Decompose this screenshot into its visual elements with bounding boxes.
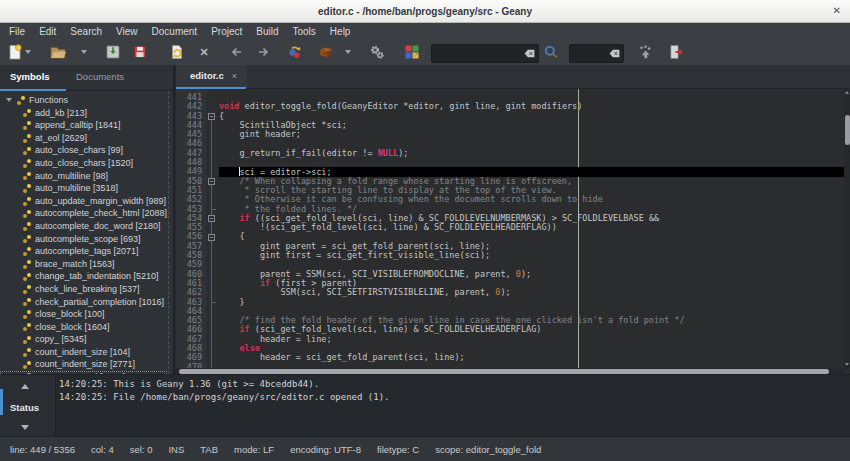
fold-collapse-icon[interactable] <box>208 215 215 222</box>
code-line[interactable] <box>219 158 844 167</box>
symbols-tree[interactable]: Functionsadd_kb [213]append_calltip [184… <box>0 91 167 374</box>
function-item[interactable]: brace_match [1563] <box>0 258 167 271</box>
horizontal-scrollbar-thumb[interactable] <box>179 369 829 374</box>
function-item[interactable]: auto_close_chars [1520] <box>0 157 167 170</box>
navigate-forward-button[interactable] <box>257 44 273 60</box>
code-line[interactable]: !(sci_get_fold_level(sci, line) & SC_FOL… <box>219 223 844 232</box>
editor-tab-close-icon[interactable]: × <box>232 71 237 81</box>
tree-root-functions[interactable]: Functions <box>0 94 167 107</box>
function-item-label: change_tab_indentation [5210] <box>35 270 159 283</box>
execute-button[interactable] <box>369 44 385 60</box>
code-line[interactable]: header = line; <box>219 335 844 344</box>
code-line[interactable]: } <box>219 298 844 307</box>
code-line[interactable]: g_return_if_fail(editor != NULL); <box>219 149 844 158</box>
function-item[interactable]: count_indent_size [104] <box>0 346 167 359</box>
color-chooser-button[interactable] <box>404 44 420 60</box>
function-item[interactable]: count_indent_size [2771] <box>0 358 167 371</box>
function-item[interactable]: close_block [1604] <box>0 321 167 334</box>
scroll-up-icon[interactable] <box>845 91 849 94</box>
expander-icon[interactable] <box>6 98 12 102</box>
scroll-down-icon[interactable] <box>845 363 849 366</box>
menu-tools[interactable]: Tools <box>286 23 323 40</box>
function-item[interactable]: at_eol [2629] <box>0 132 167 145</box>
function-item[interactable]: autocomplete_check_html [2088] <box>0 207 167 220</box>
function-item[interactable]: close_block [100] <box>0 308 167 321</box>
quit-button[interactable] <box>668 44 684 60</box>
menu-search[interactable]: Search <box>63 23 109 40</box>
code-line[interactable] <box>219 363 844 368</box>
scroll-tabs-down-icon[interactable] <box>21 425 29 430</box>
menu-build[interactable]: Build <box>249 23 285 40</box>
new-file-button[interactable] <box>7 44 23 60</box>
menu-project[interactable]: Project <box>204 23 249 40</box>
fold-collapse-icon[interactable] <box>208 113 215 120</box>
method-icon <box>22 285 32 294</box>
menu-help[interactable]: Help <box>323 23 358 40</box>
open-file-button[interactable] <box>50 44 66 60</box>
scroll-tabs-up-icon[interactable] <box>21 384 29 389</box>
statusbar-item-5: mode: LF <box>234 444 274 455</box>
menu-file[interactable]: File <box>2 23 32 40</box>
goto-line-entry[interactable] <box>569 44 624 63</box>
fold-margin[interactable] <box>206 89 217 368</box>
function-item[interactable]: auto_multiline [3518] <box>0 182 167 195</box>
close-document-button[interactable]: ✕ <box>196 44 212 60</box>
function-item[interactable]: auto_update_margin_width [989] <box>0 195 167 208</box>
vertical-scrollbar-thumb[interactable] <box>845 115 850 145</box>
function-item[interactable]: append_calltip [1841] <box>0 119 167 132</box>
function-item[interactable]: check_line_breaking [537] <box>0 283 167 296</box>
code-line[interactable]: gint header; <box>219 130 844 139</box>
save-all-button[interactable] <box>132 44 148 60</box>
menu-document[interactable]: Document <box>145 23 205 40</box>
status-messages[interactable]: 14:20:25: This is Geany 1.36 (git >= 4bc… <box>56 375 850 437</box>
compile-button[interactable] <box>287 44 303 60</box>
function-item[interactable]: autocomplete_tags [2071] <box>0 245 167 258</box>
open-file-dropdown-icon[interactable] <box>81 50 87 54</box>
menu-view[interactable]: View <box>109 23 145 40</box>
code-line[interactable]: void editor_toggle_fold(GeanyEditor *edi… <box>219 102 844 111</box>
function-item[interactable]: auto_close_chars [99] <box>0 144 167 157</box>
build-button[interactable] <box>318 44 334 60</box>
statusbar-item-6: encoding: UTF-8 <box>290 444 361 455</box>
tab-symbols[interactable]: Symbols <box>10 65 50 88</box>
function-item[interactable]: autocomplete_scope [693] <box>0 233 167 246</box>
clear-search-icon[interactable] <box>523 47 536 60</box>
method-icon <box>22 348 32 357</box>
goto-line-input[interactable] <box>570 48 608 58</box>
jump-to-line-button[interactable] <box>637 44 653 60</box>
function-item[interactable]: autocomplete_doc_word [2180] <box>0 220 167 233</box>
function-item-label: autocomplete_doc_word [2180] <box>35 220 161 233</box>
save-button[interactable] <box>105 44 121 60</box>
clear-goto-icon[interactable] <box>608 47 621 60</box>
navigate-back-button[interactable] <box>227 44 243 60</box>
search-input[interactable] <box>432 48 523 58</box>
code-line[interactable]: ScintillaObject *sci; <box>219 121 844 130</box>
fold-collapse-icon[interactable] <box>208 234 215 241</box>
code-editor[interactable]: 4414424434444454464474484494504514524534… <box>176 89 850 374</box>
code-line[interactable]: header = sci_get_fold_parent(sci, line); <box>219 353 844 362</box>
function-item[interactable]: change_tab_indentation [5210] <box>0 270 167 283</box>
function-item[interactable]: check_partial_completion [1016] <box>0 296 167 309</box>
tab-status[interactable]: Status <box>10 402 39 413</box>
function-item-label: auto_close_chars [1520] <box>35 157 133 170</box>
statusbar-item-1: col: 4 <box>91 444 114 455</box>
code-line[interactable]: gint first = sci_get_first_visible_line(… <box>219 251 844 260</box>
code-line[interactable]: SSM(sci, SCI_SETFIRSTVISIBLELINE, parent… <box>219 288 844 297</box>
status-message-line[interactable]: 14:20:25: File /home/ban/progs/geany/src… <box>59 391 850 404</box>
new-file-dropdown-icon[interactable] <box>25 50 31 54</box>
build-dropdown-icon[interactable] <box>345 50 351 54</box>
window-close-icon[interactable]: ✕ <box>833 0 841 22</box>
tab-editor-c[interactable]: editor.c× <box>176 65 247 88</box>
search-entry[interactable] <box>431 44 539 63</box>
menu-edit[interactable]: Edit <box>32 23 63 40</box>
find-button[interactable] <box>543 44 559 60</box>
status-message-line[interactable]: 14:20:25: This is Geany 1.36 (git >= 4bc… <box>59 378 850 391</box>
function-item[interactable]: auto_multiline [98] <box>0 170 167 183</box>
code-text-area[interactable]: void editor_toggle_fold(GeanyEditor *edi… <box>219 89 844 368</box>
vertical-scrollbar[interactable] <box>844 89 850 368</box>
fold-collapse-icon[interactable] <box>208 178 215 185</box>
tab-documents[interactable]: Documents <box>76 65 124 88</box>
function-item[interactable]: copy_ [5345] <box>0 333 167 346</box>
function-item[interactable]: add_kb [213] <box>0 107 167 120</box>
revert-button[interactable] <box>169 44 185 60</box>
